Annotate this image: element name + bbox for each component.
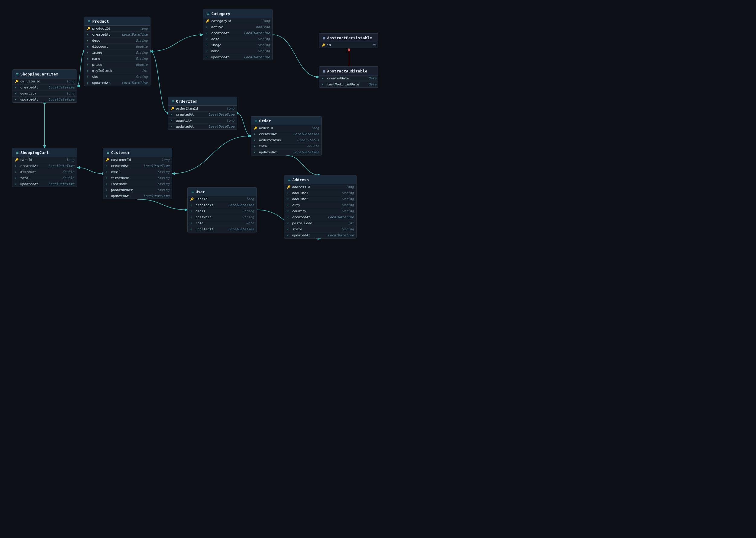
entity-header-abstractauditable: ■AbstractAuditable — [319, 67, 378, 76]
field-icon: ⚡ — [87, 33, 92, 36]
field-type: String — [158, 170, 169, 174]
field-row: ⚡nameString — [203, 48, 272, 54]
field-type: String — [136, 57, 148, 61]
entity-order[interactable]: ≡Order🔑orderIdlong⚡createdAtLocalDateTim… — [251, 116, 322, 155]
field-icon: ⚡ — [15, 86, 20, 89]
abstract-icon: ■ — [323, 35, 325, 40]
field-name: cartItemId — [20, 80, 66, 83]
entity-icon: ≡ — [16, 150, 19, 155]
field-type: LocalDateTime — [48, 164, 74, 168]
field-row: ⚡addLine2String — [284, 196, 356, 202]
field-icon: ⚡ — [87, 39, 92, 42]
entity-shoppingcart[interactable]: ≡ShoppingCart🔑cartIdlong⚡createdAtLocalD… — [12, 148, 77, 187]
field-type: LocalDateTime — [144, 164, 169, 168]
entity-abstractauditable[interactable]: ■AbstractAuditable⚡createdDateDate⚡lastM… — [319, 66, 378, 87]
field-icon: ⚡ — [254, 151, 259, 154]
field-type: long — [66, 158, 75, 162]
field-name: total — [259, 144, 307, 148]
field-name: postalCode — [292, 221, 348, 225]
field-name: createdAt — [259, 132, 293, 136]
field-row: ⚡updatedAtLocalDateTime — [284, 233, 356, 238]
field-type: LocalDateTime — [48, 85, 74, 89]
field-icon: ⚡ — [170, 119, 176, 122]
field-row: ⚡updatedAtLocalDateTime — [84, 80, 150, 86]
pk-icon: 🔑 — [254, 127, 259, 130]
field-icon: ⚡ — [15, 164, 20, 168]
field-icon: ⚡ — [15, 98, 20, 101]
field-type: LocalDateTime — [122, 81, 148, 85]
field-row: ⚡orderStatusOrderStatus — [251, 137, 322, 143]
field-type: long — [226, 119, 235, 123]
field-name: userId — [196, 197, 246, 201]
field-type: PK — [373, 43, 376, 47]
field-type: String — [158, 188, 169, 192]
entity-orderitem[interactable]: ≡OrderItem🔑orderItemIdlong⚡createdAtLoca… — [168, 97, 237, 130]
field-type: String — [342, 227, 354, 231]
connection-line — [138, 199, 187, 210]
entity-header-customer: ≡Customer — [103, 148, 172, 157]
pk-icon: 🔑 — [15, 158, 20, 162]
field-name: updatedAt — [259, 150, 293, 154]
field-name: quantity — [20, 91, 66, 95]
field-row: ⚡createdAtLocalDateTime — [84, 32, 150, 38]
entity-icon: ≡ — [88, 19, 90, 24]
field-type: LocalDateTime — [244, 55, 270, 59]
entity-title-shoppingcartitem: ShoppingCartItem — [20, 72, 58, 77]
field-row: ⚡createdAtLocalDateTime — [12, 84, 77, 90]
field-row: ⚡stateString — [284, 227, 356, 233]
entity-abstractpersistable[interactable]: ■AbstractPersistable🔑idPK — [319, 33, 378, 48]
field-row: 🔑cartItemIdlong — [12, 79, 77, 84]
field-name: role — [196, 221, 246, 225]
field-icon: ⚡ — [287, 216, 292, 219]
field-name: cartId — [20, 158, 66, 162]
field-icon: ⚡ — [287, 234, 292, 237]
entity-shoppingcartitem[interactable]: ≡ShoppingCartItem🔑cartItemIdlong⚡created… — [12, 70, 77, 103]
field-icon: ⚡ — [105, 170, 111, 174]
connection-line — [151, 51, 168, 113]
field-icon: ⚡ — [206, 43, 211, 47]
field-icon: ⚡ — [190, 216, 196, 219]
field-row: ⚡updatedAtLocalDateTime — [12, 97, 77, 102]
field-row: 🔑customerIdlong — [103, 157, 172, 163]
field-type: String — [136, 75, 148, 79]
field-type: long — [346, 185, 354, 189]
field-type: long — [66, 91, 75, 95]
field-name: addLine2 — [292, 197, 342, 201]
field-row: ⚡nameString — [84, 56, 150, 62]
entity-user[interactable]: ≡User🔑userIdlong⚡createdAtLocalDateTime⚡… — [187, 187, 257, 233]
field-name: addLine1 — [292, 191, 342, 195]
field-icon: ⚡ — [254, 138, 259, 142]
field-row: ⚡cityString — [284, 202, 356, 208]
field-icon: ⚡ — [206, 56, 211, 59]
field-icon: ⚡ — [190, 203, 196, 207]
field-row: ⚡descString — [203, 36, 272, 42]
field-row: 🔑orderIdlong — [251, 125, 322, 131]
entity-icon: ≡ — [107, 150, 109, 155]
field-icon: ⚡ — [287, 209, 292, 213]
pk-icon: 🔑 — [206, 19, 211, 23]
field-name: updatedAt — [20, 182, 48, 186]
entity-address[interactable]: ≡Address🔑addressIdlong⚡addLine1String⚡ad… — [284, 175, 356, 239]
entity-product[interactable]: ≡Product🔑productIdlong⚡createdAtLocalDat… — [84, 17, 151, 86]
pk-icon: 🔑 — [190, 197, 196, 201]
entity-title-shoppingcart: ShoppingCart — [20, 150, 49, 155]
entity-customer[interactable]: ≡Customer🔑customerIdlong⚡createdAtLocalD… — [103, 148, 172, 199]
field-icon: ⚡ — [87, 69, 92, 73]
field-type: double — [136, 45, 148, 49]
entity-icon: ≡ — [288, 177, 290, 182]
field-name: updatedAt — [20, 97, 48, 101]
connection-line — [77, 168, 103, 174]
field-row: ⚡createdAtLocalDateTime — [251, 131, 322, 137]
field-type: LocalDateTime — [209, 113, 234, 117]
field-name: createdAt — [292, 215, 328, 219]
entity-category[interactable]: ≡Category🔑categoryIdlong⚡activeboolean⚡c… — [203, 9, 273, 60]
field-icon: ⚡ — [287, 191, 292, 195]
field-name: city — [292, 203, 342, 207]
entity-header-address: ≡Address — [284, 175, 356, 184]
field-icon: ⚡ — [105, 194, 111, 198]
pk-icon: 🔑 — [170, 107, 176, 110]
field-name: email — [196, 209, 242, 213]
field-row: ⚡updatedAtLocalDateTime — [103, 193, 172, 199]
field-type: String — [242, 209, 254, 213]
field-name: lastName — [111, 182, 158, 186]
